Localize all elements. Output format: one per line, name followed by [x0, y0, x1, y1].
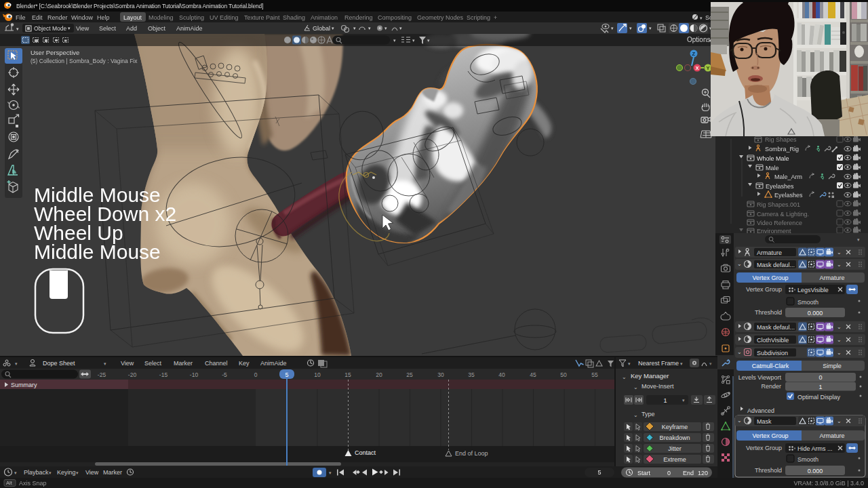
svg-text:Dope Sheet: Dope Sheet	[43, 360, 75, 367]
svg-text:File: File	[16, 14, 26, 21]
svg-text:▾: ▾	[76, 470, 79, 475]
svg-text:▾: ▾	[15, 361, 18, 366]
svg-text:▾: ▾	[629, 26, 632, 30]
svg-text:5: 5	[285, 371, 288, 378]
svg-text:▾: ▾	[682, 398, 685, 403]
svg-text:⌄: ⌄	[837, 324, 842, 330]
svg-text:Video Reference: Video Reference	[757, 220, 802, 226]
svg-text:0: 0	[254, 371, 258, 378]
svg-text:▾: ▾	[427, 38, 430, 43]
svg-text:Smooth: Smooth	[797, 456, 818, 463]
svg-text:Y: Y	[707, 65, 710, 71]
svg-text:Vertex Group: Vertex Group	[746, 445, 782, 451]
svg-text:▾: ▾	[649, 26, 652, 30]
svg-text:-15: -15	[159, 371, 168, 378]
svg-text:0: 0	[667, 470, 671, 476]
svg-text:Extreme: Extreme	[663, 456, 686, 463]
svg-text:⌄: ⌄	[633, 384, 638, 390]
svg-text:▾: ▾	[332, 26, 334, 30]
svg-text:View: View	[121, 360, 134, 367]
svg-text:Select: Select	[99, 25, 117, 32]
svg-text:End of Loop: End of Loop	[455, 450, 488, 457]
svg-text:Help: Help	[97, 14, 110, 21]
svg-text:Axis Snap: Axis Snap	[19, 480, 47, 487]
svg-text:Breakdown: Breakdown	[659, 434, 690, 441]
svg-text:LegsVisible: LegsVisible	[797, 287, 829, 293]
svg-text:▾: ▾	[399, 26, 402, 30]
svg-text:Marker: Marker	[174, 360, 193, 367]
svg-text:View: View	[76, 25, 90, 32]
svg-text:AnimAide: AnimAide	[176, 25, 203, 32]
svg-text:Compositing: Compositing	[378, 14, 412, 21]
svg-text:Whole Male: Whole Male	[757, 155, 789, 162]
svg-text:55: 55	[591, 371, 598, 378]
svg-text:⌄: ⌄	[737, 349, 742, 355]
svg-text:Start: Start	[637, 470, 651, 476]
svg-text:User Perspective: User Perspective	[31, 49, 79, 56]
svg-text:45: 45	[530, 371, 536, 378]
svg-text:Nearest Frame: Nearest Frame	[638, 360, 679, 367]
svg-text:120: 120	[698, 470, 708, 476]
svg-text:15: 15	[344, 371, 351, 378]
svg-text:Global: Global	[313, 25, 330, 32]
svg-text:+: +	[494, 14, 497, 21]
svg-text:Shading: Shading	[283, 14, 305, 21]
svg-text:0.000: 0.000	[808, 310, 823, 317]
svg-text:Rig Shapes: Rig Shapes	[765, 136, 797, 143]
svg-text:Move-Insert: Move-Insert	[642, 383, 674, 390]
svg-text:Window: Window	[71, 14, 94, 21]
svg-text:⌄: ⌄	[837, 337, 842, 343]
svg-text:▾: ▾	[709, 361, 712, 366]
svg-text:Threshold: Threshold	[755, 467, 782, 474]
svg-text:35: 35	[468, 371, 475, 378]
svg-text:▾: ▾	[353, 26, 356, 30]
svg-text:1: 1	[663, 397, 667, 404]
svg-text:⌄: ⌄	[837, 350, 842, 356]
svg-text:20: 20	[376, 371, 382, 378]
svg-text:Summary: Summary	[11, 382, 37, 388]
svg-text:▾: ▾	[104, 361, 106, 366]
svg-text:Alt: Alt	[6, 480, 13, 486]
svg-text:Mask: Mask	[757, 418, 772, 425]
svg-text:Simple: Simple	[823, 363, 842, 369]
svg-text:Layout: Layout	[123, 14, 142, 21]
svg-text:Modeling: Modeling	[149, 14, 174, 21]
svg-text:Jitter: Jitter	[668, 445, 682, 452]
svg-text:Animation: Animation	[311, 14, 338, 21]
svg-text:Middle Mouse: Middle Mouse	[34, 241, 161, 263]
svg-text:0: 0	[818, 374, 822, 381]
svg-text:Advanced: Advanced	[747, 407, 774, 414]
svg-text:▾: ▾	[384, 26, 387, 30]
svg-text:⌄: ⌄	[837, 262, 842, 268]
svg-text:View: View	[85, 469, 99, 476]
svg-text:-10: -10	[190, 371, 199, 378]
svg-text:Playback: Playback	[24, 469, 49, 476]
svg-text:-5: -5	[222, 371, 227, 378]
svg-text:Keying: Keying	[57, 469, 76, 476]
svg-text:Z: Z	[692, 51, 696, 57]
svg-text:▾: ▾	[16, 26, 19, 31]
svg-text:⌄: ⌄	[622, 374, 627, 380]
svg-text:Options: Options	[687, 36, 710, 43]
svg-text:⌄: ⌄	[633, 412, 638, 418]
svg-text:X: X	[696, 65, 699, 71]
svg-text:Rig Shapes.001: Rig Shapes.001	[757, 201, 800, 208]
svg-text:▾: ▾	[700, 16, 703, 20]
svg-text:Smooth: Smooth	[797, 299, 818, 306]
svg-text:50: 50	[560, 371, 567, 378]
svg-text:⌄: ⌄	[737, 261, 742, 267]
svg-text:End: End	[683, 470, 694, 476]
svg-text:Vertex Group: Vertex Group	[746, 286, 782, 293]
svg-text:Levels Viewport: Levels Viewport	[738, 374, 782, 381]
svg-text:Male_Arm: Male_Arm	[774, 174, 802, 180]
svg-text:Armature: Armature	[757, 249, 782, 256]
svg-text:ClothVisible: ClothVisible	[757, 337, 789, 344]
svg-text:▾: ▾	[368, 26, 371, 30]
svg-text:Object: Object	[148, 25, 166, 32]
svg-text:Key: Key	[239, 360, 250, 367]
svg-text:AnimAide: AnimAide	[260, 360, 287, 367]
svg-text:Threshold: Threshold	[755, 309, 782, 316]
svg-text:Hide Arms ...: Hide Arms ...	[797, 445, 833, 452]
svg-text:Type: Type	[642, 411, 655, 418]
svg-text:-20: -20	[128, 371, 137, 378]
